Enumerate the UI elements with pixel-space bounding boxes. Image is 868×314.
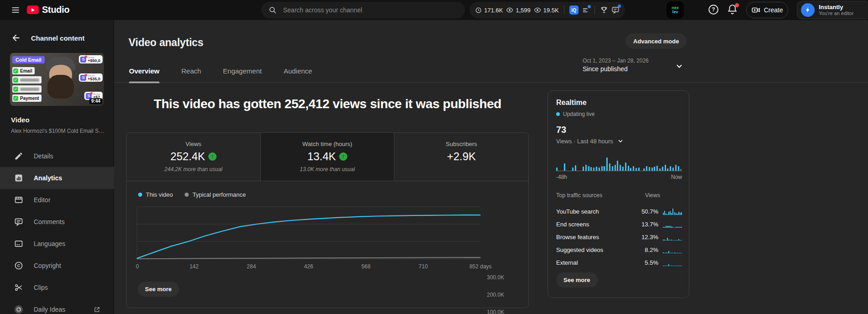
x-tick-label: 284 [247, 263, 256, 270]
metric-cards: Views 252.4K↑ 244.2K more than usual Wat… [127, 133, 528, 181]
thumbnail-checklist-row: ✓ [12, 85, 41, 93]
traffic-row-browse-features[interactable]: Browse features12.3% [556, 230, 682, 243]
search-input[interactable] [282, 6, 458, 14]
legend-dot-icon [138, 193, 142, 197]
clock-icon [475, 7, 482, 14]
languages-icon [14, 239, 24, 248]
search-bar[interactable] [261, 2, 465, 18]
this-video-line [137, 215, 480, 258]
realtime-title: Realtime [556, 99, 587, 107]
scissors-icon [14, 283, 24, 292]
sparkline-chart [663, 259, 682, 266]
live-dot-icon [556, 112, 560, 116]
trophy-icon[interactable] [600, 6, 608, 14]
create-camera-icon [751, 5, 760, 15]
notification-dot [618, 5, 621, 8]
watchtime-stat: 171.6K [475, 7, 503, 14]
tab-reach[interactable]: Reach [181, 65, 201, 82]
comments-icon [14, 217, 24, 226]
thumbnail-checklist-row: ✓Email [12, 67, 35, 74]
lightning-bolt-icon [801, 3, 815, 17]
vidiq-icon[interactable]: iQ [569, 5, 579, 15]
sidebar-item-languages[interactable]: Languages [0, 233, 114, 255]
page-title: Video analytics [129, 37, 203, 49]
legend-dot-icon [185, 193, 189, 197]
tab-audience[interactable]: Audience [284, 65, 312, 82]
feedback-chat-icon[interactable] [611, 6, 620, 14]
x-tick-label: 852 days [470, 263, 492, 270]
legend-typical-performance: Typical performance [185, 191, 246, 198]
studio-wordmark[interactable]: Studio [42, 5, 69, 15]
chart-legend: This video Typical performance [138, 191, 246, 198]
views-line-chart[interactable] [137, 204, 480, 260]
back-to-channel-content[interactable]: Channel content [11, 33, 85, 43]
instantly-widget[interactable]: Instantly You're an editor [797, 1, 868, 19]
traffic-row-end-screens[interactable]: End screens13.7% [556, 218, 682, 230]
realtime-panel: Realtime Updating live 73 Views · Last 4… [548, 90, 689, 298]
nexlev-extension-icon[interactable]: nexlev [666, 1, 684, 19]
tab-engagement[interactable]: Engagement [223, 65, 262, 82]
stripe-icon: S [80, 57, 86, 63]
metric-card-watch-time[interactable]: Watch time (hours) 13.4K↑ 13.0K more tha… [261, 133, 395, 181]
overview-chart-card: Views 252.4K↑ 244.2K more than usual Wat… [126, 132, 529, 308]
check-icon: ✓ [13, 68, 18, 73]
sidebar-item-details[interactable]: Details [0, 145, 114, 167]
sidebar-item-clips[interactable]: Clips [0, 277, 114, 298]
instantly-title: Instantly [819, 4, 853, 10]
daily-ideas-icon [14, 304, 24, 314]
realtime-bar-chart[interactable] [556, 154, 682, 171]
arrow-up-icon: ↑ [339, 152, 347, 161]
traffic-row-suggested-videos[interactable]: Suggested videos8.2% [556, 243, 682, 256]
sidebar-item-copyright[interactable]: C Copyright [0, 255, 114, 277]
realtime-count-label[interactable]: Views · Last 48 hours [556, 137, 624, 145]
metric-card-subscribers[interactable]: Subscribers +2.9K [394, 133, 528, 181]
chevron-down-icon[interactable] [675, 62, 684, 71]
metric-card-views[interactable]: Views 252.4K↑ 244.2K more than usual [127, 133, 261, 181]
create-button[interactable]: Create [746, 2, 788, 18]
help-icon[interactable]: ? [708, 4, 719, 16]
sparkline-chart [663, 220, 682, 228]
compare-lines-icon[interactable] [582, 6, 589, 14]
copyright-icon: C [14, 261, 24, 270]
see-more-button[interactable]: See more [138, 282, 179, 297]
sidebar-item-daily-ideas[interactable]: Daily Ideas [0, 298, 114, 314]
eye-icon [506, 6, 513, 14]
typical-performance-line [137, 257, 480, 259]
see-more-button[interactable]: See more [556, 272, 598, 288]
thumbnail-checklist-row: ✓Payment [12, 94, 41, 102]
x-tick-label: 0 [136, 263, 139, 270]
advanced-mode-button[interactable]: Advanced mode [625, 33, 687, 49]
sparkline-chart [663, 208, 682, 215]
sidebar-item-comments[interactable]: Comments [0, 211, 114, 233]
back-arrow-icon [11, 33, 21, 43]
editor-icon [14, 195, 24, 204]
check-icon: ✓ [13, 78, 18, 83]
sparkline-chart [663, 233, 682, 241]
sidebar-item-analytics[interactable]: Analytics [0, 167, 114, 189]
thumbnail-art [47, 75, 74, 99]
sidebar-section-title: Video [11, 116, 30, 124]
search-icon [269, 6, 277, 14]
hamburger-menu-icon[interactable] [11, 5, 20, 15]
video-thumbnail[interactable]: Cold Email ✓Email ✓ ✓ ✓Payment SStripe+$… [10, 53, 104, 106]
svg-text:?: ? [712, 6, 715, 13]
realtime-live-status: Updating live [556, 111, 594, 117]
traffic-row-external[interactable]: External5.5% [556, 256, 682, 269]
eye-icon [534, 6, 541, 14]
notifications-bell-icon[interactable] [727, 4, 738, 15]
notification-dot [588, 5, 591, 8]
x-tick-label: 568 [362, 263, 371, 270]
youtube-logo-icon[interactable] [27, 5, 39, 14]
traffic-row-youtube-search[interactable]: YouTube search50.7% [556, 205, 682, 218]
subs-stat: 19.5K [534, 6, 559, 14]
date-range-text: Oct 1, 2023 – Jan 28, 2026 [583, 57, 649, 64]
x-tick-label: 426 [304, 263, 313, 270]
stripe-icon: S [80, 75, 86, 81]
date-range-picker[interactable]: Oct 1, 2023 – Jan 28, 2026 Since publish… [583, 57, 649, 73]
x-tick-label: 710 [418, 263, 428, 270]
overview-headline: This video has gotten 252,412 views sinc… [126, 97, 529, 111]
instantly-subtitle: You're an editor [819, 10, 853, 16]
tab-overview[interactable]: Overview [129, 65, 160, 82]
sidebar-item-editor[interactable]: Editor [0, 189, 114, 211]
chevron-down-icon[interactable] [617, 137, 624, 145]
